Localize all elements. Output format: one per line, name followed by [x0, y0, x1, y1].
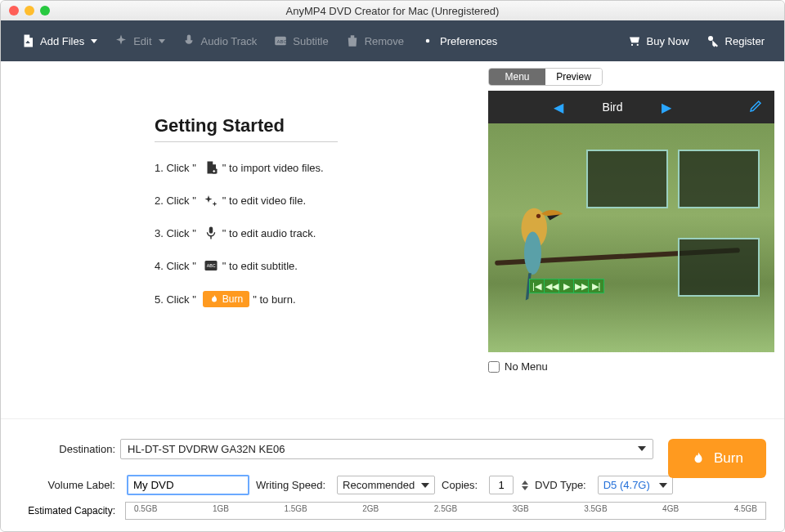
- volume-label-label: Volume Label:: [19, 479, 115, 491]
- no-menu-checkbox-row[interactable]: No Menu: [488, 360, 774, 373]
- remove-label: Remove: [365, 35, 404, 47]
- dvd-type-value: D5 (4.7G): [603, 479, 650, 491]
- capacity-scale: 0.5GB 1GB 1.5GB 2GB 2.5GB 3GB 3.5GB 4GB …: [125, 502, 766, 520]
- svg-point-3: [426, 39, 430, 43]
- tick: 0.5GB: [134, 504, 157, 513]
- tick: 4.5GB: [734, 504, 757, 513]
- buy-now-label: Buy Now: [647, 35, 689, 47]
- tick: 4GB: [662, 504, 679, 513]
- window-title: AnyMP4 DVD Creator for Mac (Unregistered…: [286, 5, 500, 17]
- copies-stepper[interactable]: [522, 481, 528, 490]
- burn-button[interactable]: Burn: [668, 439, 766, 478]
- window-maximize-button[interactable]: [40, 6, 50, 16]
- gear-icon: [420, 34, 435, 48]
- svg-point-11: [524, 232, 541, 275]
- destination-value: HL-DT-ST DVDRW GA32N KE06: [128, 443, 285, 455]
- subtitle-icon: ABC: [273, 34, 288, 48]
- key-icon: [706, 34, 720, 48]
- divider: [155, 141, 338, 142]
- copies-input[interactable]: [489, 476, 514, 494]
- flame-icon: [209, 294, 219, 304]
- burn-chip: Burn: [203, 291, 249, 307]
- no-menu-checkbox[interactable]: [488, 361, 500, 373]
- tab-menu[interactable]: Menu: [489, 69, 545, 85]
- tick: 3GB: [513, 504, 529, 513]
- edit-button[interactable]: Edit: [105, 20, 173, 61]
- destination-label: Destination:: [19, 443, 115, 455]
- fast-forward-button[interactable]: ▶▶: [574, 279, 589, 293]
- register-label: Register: [725, 35, 765, 47]
- cart-icon: [627, 34, 642, 48]
- dvd-type-label: DVD Type:: [535, 479, 586, 491]
- writing-speed-select[interactable]: Recommended: [337, 476, 435, 494]
- menu-thumbnail-1[interactable]: [586, 150, 668, 208]
- svg-rect-6: [209, 227, 213, 234]
- svg-text:ABC: ABC: [277, 39, 288, 44]
- edit-label: Edit: [133, 35, 151, 47]
- skip-forward-button[interactable]: ▶|: [589, 279, 603, 293]
- svg-text:ABC: ABC: [207, 263, 216, 268]
- svg-rect-7: [210, 236, 212, 239]
- toolbar: Add Files Edit Audio Track ABC Subtitle …: [1, 20, 784, 61]
- sparkle-icon: [203, 193, 219, 208]
- playback-controls: |◀ ◀◀ ▶ ▶▶ ▶|: [529, 279, 604, 293]
- menu-template-title: Bird: [603, 101, 623, 114]
- audio-track-button[interactable]: Audio Track: [173, 20, 266, 61]
- sparkle-icon: [114, 34, 128, 48]
- add-files-button[interactable]: Add Files: [12, 20, 105, 61]
- tick: 3.5GB: [584, 504, 607, 513]
- writing-speed-label: Writing Speed:: [256, 479, 325, 491]
- chevron-down-icon: [638, 446, 646, 451]
- no-menu-label: No Menu: [505, 360, 548, 373]
- menu-thumbnail-3[interactable]: [678, 238, 760, 297]
- preferences-button[interactable]: Preferences: [412, 20, 505, 61]
- preferences-label: Preferences: [440, 35, 497, 47]
- step-1: 1. Click " " to import video files.: [155, 160, 464, 175]
- chevron-down-icon: [91, 39, 97, 43]
- stepper-up-icon[interactable]: [522, 481, 528, 485]
- chevron-down-icon: [659, 483, 667, 488]
- next-template-button[interactable]: ▶: [662, 100, 671, 115]
- chevron-down-icon: [159, 39, 165, 43]
- trash-icon: [345, 34, 360, 48]
- destination-select[interactable]: HL-DT-ST DVDRW GA32N KE06: [120, 439, 653, 459]
- subtitle-label: Subtitle: [293, 35, 328, 47]
- menu-thumbnail-2[interactable]: [678, 150, 760, 208]
- remove-button[interactable]: Remove: [337, 20, 412, 61]
- rewind-button[interactable]: ◀◀: [545, 279, 559, 293]
- file-add-icon: [20, 34, 35, 48]
- subtitle-button[interactable]: ABC Subtitle: [265, 20, 336, 61]
- stepper-down-icon[interactable]: [522, 486, 528, 490]
- tick: 1.5GB: [284, 504, 307, 513]
- step-3: 3. Click " " to edit audio track.: [155, 226, 464, 240]
- tick: 2.5GB: [434, 504, 457, 513]
- play-button[interactable]: ▶: [559, 279, 574, 293]
- dvd-type-select[interactable]: D5 (4.7G): [598, 476, 673, 494]
- getting-started-panel: Getting Started 1. Click " " to import v…: [1, 61, 488, 418]
- flame-icon: [691, 451, 706, 466]
- chevron-down-icon: [421, 483, 429, 488]
- skip-back-button[interactable]: |◀: [530, 279, 545, 293]
- step-5: 5. Click " Burn " to burn.: [155, 291, 464, 307]
- preview-tabs: Menu Preview: [488, 68, 603, 86]
- tick: 1GB: [213, 504, 229, 513]
- estimated-capacity-label: Estimated Capacity:: [19, 505, 115, 516]
- bottom-panel: Destination: HL-DT-ST DVDRW GA32N KE06 B…: [1, 418, 784, 531]
- edit-menu-button[interactable]: [737, 99, 774, 116]
- window-minimize-button[interactable]: [25, 6, 34, 16]
- writing-speed-value: Recommended: [343, 479, 415, 491]
- tab-preview[interactable]: Preview: [545, 69, 602, 85]
- register-button[interactable]: Register: [698, 20, 773, 61]
- step-4: 4. Click " ABC " to edit subtitle.: [155, 258, 464, 273]
- volume-label-input[interactable]: [127, 475, 249, 495]
- menu-preview: |◀ ◀◀ ▶ ▶▶ ▶|: [488, 123, 774, 352]
- burn-button-label: Burn: [714, 450, 743, 467]
- menu-header: ◀ Bird ▶: [488, 91, 774, 123]
- buy-now-button[interactable]: Buy Now: [619, 20, 698, 61]
- prev-template-button[interactable]: ◀: [554, 100, 563, 115]
- window-close-button[interactable]: [9, 6, 19, 16]
- audio-track-label: Audio Track: [201, 35, 258, 47]
- pencil-icon: [748, 99, 763, 114]
- svg-point-4: [708, 36, 713, 41]
- titlebar: AnyMP4 DVD Creator for Mac (Unregistered…: [1, 1, 784, 20]
